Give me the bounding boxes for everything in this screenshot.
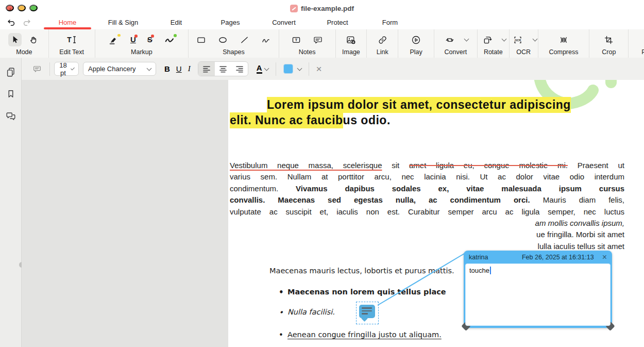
- paragraph: Vestibulum neque massa, scelerisque sit …: [230, 160, 624, 252]
- popup-close-icon[interactable]: ×: [601, 253, 608, 261]
- toolbar-group-notes: T Notes: [279, 29, 336, 58]
- popup-author: katrina: [469, 254, 488, 261]
- document-heading: Lorem ipsum dolor sit amet, consectetur …: [230, 97, 632, 128]
- line-shape-icon[interactable]: [238, 33, 251, 47]
- tab-fill-sign[interactable]: Fill & Sign: [106, 16, 141, 29]
- popup-timestamp: Feb 26, 2025 at 16:31:13: [522, 254, 594, 261]
- strikethrough-tool-icon[interactable]: S: [146, 34, 154, 46]
- font-size-select[interactable]: 18 pt: [54, 62, 79, 76]
- redo-icon[interactable]: [21, 17, 33, 28]
- highlight-tool-icon[interactable]: [107, 33, 121, 47]
- toolbar-group-image: Image: [336, 29, 367, 58]
- toolbar-group-rotate: Rotate: [478, 29, 510, 58]
- svg-text:T: T: [67, 36, 72, 44]
- align-left-icon[interactable]: [198, 62, 215, 76]
- toolbar-group-crop: Crop: [589, 29, 629, 58]
- list-item: Aenean congue fringilla justo ut aliquam…: [269, 331, 442, 339]
- sticky-note-annotation[interactable]: [356, 302, 379, 324]
- toolbar-group-play: Play: [398, 29, 434, 58]
- toolbar-group-compress: Compress: [538, 29, 590, 58]
- text-color-button[interactable]: A: [253, 63, 272, 75]
- freehand-draw-icon[interactable]: [259, 33, 273, 47]
- comment-note-icon[interactable]: [311, 33, 325, 47]
- undo-icon[interactable]: [5, 17, 18, 28]
- comment-popup[interactable]: katrina Feb 26, 2025 at 16:31:13 × touch…: [464, 251, 612, 328]
- toolbar-group-mode: Mode: [0, 29, 49, 58]
- format-bar-close-button[interactable]: ×: [313, 64, 325, 74]
- window-title: file-example.pdf: [0, 0, 644, 16]
- format-bar: 18 pt Apple Chancery B U I A: [0, 58, 644, 80]
- titlebar: file-example.pdf: [0, 0, 644, 16]
- pdf-file-icon: [290, 5, 298, 12]
- popup-header[interactable]: katrina Feb 26, 2025 at 16:31:13 ×: [464, 251, 612, 263]
- svg-text:T: T: [295, 38, 298, 42]
- page-thumbnails-icon[interactable]: [4, 65, 18, 79]
- convert-dropdown-chevron-icon[interactable]: [464, 37, 469, 42]
- ellipse-shape-icon[interactable]: [216, 33, 230, 47]
- align-center-icon[interactable]: [215, 62, 231, 76]
- squiggle-tool-icon[interactable]: [162, 33, 177, 46]
- convert-icon[interactable]: [443, 33, 457, 47]
- minimize-window-button[interactable]: [18, 5, 26, 11]
- tab-convert[interactable]: Convert: [270, 16, 298, 29]
- pointer-tool-button[interactable]: [8, 33, 22, 46]
- alignment-group: [198, 61, 248, 76]
- list-item: Maecenas non lorem quis tellus place: [269, 288, 446, 296]
- crop-icon[interactable]: [602, 33, 616, 47]
- link-icon[interactable]: [376, 33, 389, 47]
- highlight-annotation[interactable]: Lorem ipsum dolor sit amet, consectetur …: [267, 97, 571, 113]
- rotate-dropdown-chevron-icon[interactable]: [502, 37, 507, 42]
- toolbar-group-protect: Protect: [629, 29, 644, 58]
- tab-edit[interactable]: Edit: [168, 16, 184, 29]
- font-family-select[interactable]: Apple Chancery: [83, 62, 156, 76]
- svg-text:OCR: OCR: [515, 38, 521, 41]
- play-icon[interactable]: [409, 33, 423, 47]
- toolbar-group-markup: U S Markup: [95, 29, 189, 58]
- toolbar-group-shapes: Shapes: [189, 29, 279, 58]
- rotate-icon[interactable]: [480, 33, 495, 47]
- tab-pages[interactable]: Pages: [219, 16, 242, 29]
- document-area: Lorem ipsum dolor sit amet, consectetur …: [22, 80, 644, 347]
- insert-image-icon[interactable]: [344, 33, 358, 47]
- partially-erased-line: am mollis convallis ipsum,: [230, 218, 624, 229]
- ribbon-tab-bar: Home Fill & Sign Edit Pages Convert Prot…: [0, 16, 644, 30]
- left-sidebar: [0, 58, 22, 347]
- text-box-icon[interactable]: T: [289, 33, 303, 47]
- toolbar: Mode T Edit Text U: [0, 29, 644, 58]
- partially-erased-line: ue fringilla. Morbi sit amet: [230, 229, 624, 240]
- toolbar-group-convert: Convert: [434, 29, 478, 58]
- list-item: Nulla facilisi.: [269, 308, 335, 316]
- hand-tool-button[interactable]: [27, 33, 40, 46]
- active-tab-indicator: [44, 27, 91, 29]
- toolbar-group-edit-text: T Edit Text: [49, 29, 95, 58]
- rectangle-shape-icon[interactable]: [194, 33, 208, 47]
- ocr-icon[interactable]: OCR: [510, 33, 526, 47]
- red-underline-annotation[interactable]: Vestibulum neque massa, scelerisque: [230, 161, 382, 170]
- comment-toggle-icon[interactable]: [29, 63, 45, 75]
- bookmarks-icon[interactable]: [4, 87, 18, 101]
- comments-panel-icon[interactable]: [4, 109, 18, 123]
- ocr-dropdown-chevron-icon[interactable]: [533, 37, 538, 42]
- sticky-note-icon: [359, 305, 375, 318]
- underline-button[interactable]: U: [173, 63, 185, 74]
- underline-tool-icon[interactable]: U: [129, 34, 138, 46]
- bold-button[interactable]: B: [161, 63, 173, 74]
- toolbar-group-ocr: OCR OCR: [510, 29, 538, 58]
- align-right-icon[interactable]: [231, 62, 248, 76]
- red-strikethrough-annotation[interactable]: amet ligula eu, congue molestie mi.: [409, 161, 568, 170]
- tab-protect[interactable]: Protect: [325, 16, 350, 29]
- app-window: file-example.pdf Home Fill & Sign Edit P…: [0, 0, 644, 347]
- annotation-color-swatch[interactable]: [280, 63, 304, 75]
- tab-form[interactable]: Form: [380, 16, 400, 29]
- text-cursor: [490, 267, 491, 274]
- edit-text-button[interactable]: T: [64, 32, 79, 47]
- italic-button[interactable]: I: [185, 63, 194, 74]
- pdf-page: Lorem ipsum dolor sit amet, consectetur …: [228, 80, 644, 347]
- popup-text-area[interactable]: touche: [465, 263, 611, 326]
- close-window-button[interactable]: [6, 5, 14, 11]
- compress-icon[interactable]: [556, 33, 571, 47]
- toolbar-group-link: Link: [367, 29, 398, 58]
- highlight-annotation[interactable]: elit. Nunc ac faucib: [230, 112, 343, 128]
- zoom-window-button[interactable]: [29, 5, 38, 11]
